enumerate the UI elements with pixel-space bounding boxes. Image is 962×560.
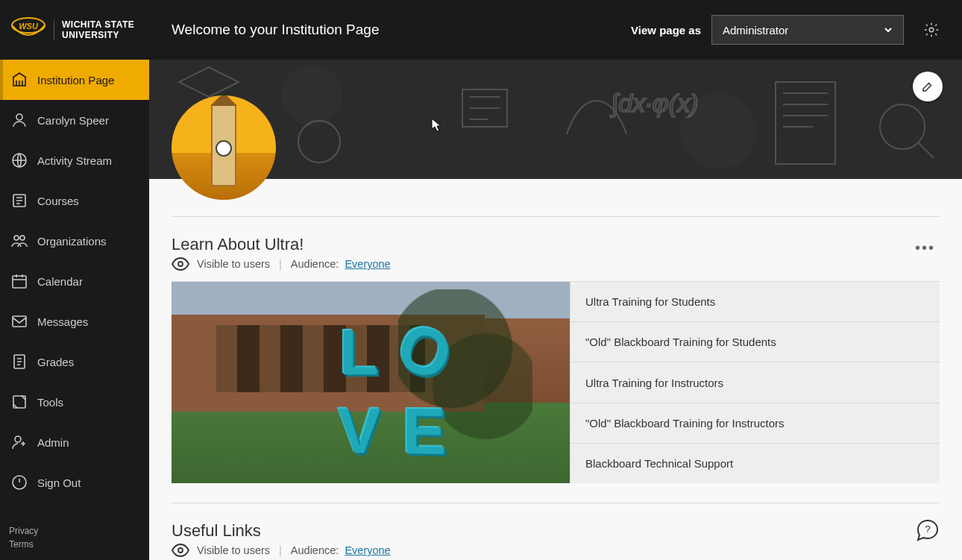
sidebar: WSU Wichita State University Institution… (0, 0, 149, 560)
calendar-icon (9, 272, 30, 290)
svg-point-16 (178, 262, 183, 266)
admin-icon (9, 433, 30, 451)
svg-point-11 (15, 436, 21, 442)
chat-icon: ? (915, 517, 940, 543)
sidebar-item-label: Sign Out (37, 476, 81, 489)
nav-list: Institution Page Carolyn Speer Activity … (0, 60, 149, 518)
module-link[interactable]: Blackboard Technical Support (570, 444, 940, 483)
audience-link[interactable]: Everyone (345, 544, 390, 556)
sidebar-item-label: Institution Page (37, 74, 114, 86)
separator: | (279, 544, 282, 556)
section-title: Learn About Ultra! (172, 235, 391, 254)
module-image: LOVE (172, 282, 570, 483)
sidebar-item-courses[interactable]: Courses (0, 180, 149, 221)
signout-icon (9, 474, 30, 491)
sidebar-item-label: Carolyn Speer (37, 114, 109, 127)
logo[interactable]: WSU Wichita State University (0, 0, 149, 60)
org-icon (9, 232, 30, 250)
more-button[interactable]: ••• (911, 235, 940, 261)
sidebar-item-label: Tools (37, 396, 63, 409)
visibility-text: Visible to users (197, 544, 270, 556)
svg-text:∫dx·φ(x): ∫dx·φ(x) (610, 89, 699, 118)
pencil-icon (921, 80, 934, 93)
sidebar-item-label: Calendar (37, 275, 83, 288)
chevron-down-icon (884, 24, 893, 37)
sidebar-item-label: Courses (37, 195, 79, 207)
audience-link[interactable]: Everyone (345, 258, 390, 270)
gear-icon (923, 22, 940, 38)
eye-icon (172, 257, 189, 271)
sidebar-item-tools[interactable]: Tools (0, 382, 149, 422)
divider (172, 216, 940, 217)
logo-icon: WSU (10, 15, 46, 45)
sidebar-item-activity[interactable]: Activity Stream (0, 140, 149, 180)
sidebar-footer: Privacy Terms (0, 518, 149, 560)
module-link[interactable]: "Old" Blackboard Training for Instructor… (570, 403, 940, 444)
svg-point-5 (14, 236, 19, 240)
eye-icon (172, 544, 189, 557)
logo-text: Wichita State University (54, 19, 134, 41)
module-link[interactable]: Ultra Training for Students (570, 282, 940, 322)
topbar: Welcome to your Institution Page View pa… (149, 0, 962, 60)
privacy-link[interactable]: Privacy (9, 526, 140, 536)
institution-avatar[interactable] (172, 95, 276, 200)
edit-banner-button[interactable] (913, 72, 943, 101)
role-select[interactable]: Administrator (711, 15, 904, 45)
module-link-label: "Old" Blackboard Training for Instructor… (585, 417, 785, 430)
module-body-1: LOVE Ultra Training for Students "Old" B… (172, 281, 940, 483)
svg-point-17 (178, 548, 183, 553)
sidebar-item-signout[interactable]: Sign Out (0, 462, 149, 503)
settings-button[interactable] (923, 22, 940, 38)
banner: ∫dx·φ(x) (149, 60, 962, 179)
svg-rect-7 (13, 276, 26, 288)
module-links: Ultra Training for Students "Old" Blackb… (570, 282, 940, 483)
module-link-label: "Old" Blackboard Training for Students (585, 336, 776, 348)
separator: | (279, 258, 282, 270)
view-as-label: View page as (631, 24, 701, 37)
section-title: Useful Links (172, 521, 391, 541)
course-icon (9, 192, 30, 210)
institution-icon (9, 71, 30, 89)
sidebar-item-grades[interactable]: Grades (0, 342, 149, 382)
role-select-value: Administrator (723, 24, 788, 37)
mail-icon (9, 312, 30, 330)
sidebar-item-label: Organizations (37, 235, 107, 248)
globe-icon (9, 151, 30, 169)
module-link[interactable]: "Old" Blackboard Training for Students (570, 322, 940, 362)
audience-label: Audience: (291, 544, 339, 556)
sidebar-item-institution[interactable]: Institution Page (0, 60, 149, 100)
sidebar-item-label: Activity Stream (37, 154, 112, 167)
page-title: Welcome to your Institution Page (172, 22, 631, 38)
svg-rect-8 (13, 316, 26, 327)
sidebar-item-profile[interactable]: Carolyn Speer (0, 100, 149, 140)
sidebar-item-calendar[interactable]: Calendar (0, 261, 149, 301)
visibility-text: Visible to users (197, 258, 270, 270)
audience-label: Audience: (291, 258, 339, 270)
sidebar-item-messages[interactable]: Messages (0, 301, 149, 342)
module-link-label: Ultra Training for Students (585, 295, 715, 308)
module-link-label: Ultra Training for Instructors (585, 377, 723, 389)
section-head-2: Useful Links Visible to users | Audience… (172, 521, 940, 557)
svg-text:WSU: WSU (19, 22, 39, 31)
svg-point-15 (880, 104, 925, 149)
svg-point-13 (929, 28, 934, 32)
sidebar-item-label: Admin (37, 436, 69, 449)
sidebar-item-organizations[interactable]: Organizations (0, 221, 149, 261)
content: Learn About Ultra! Visible to users | Au… (149, 179, 962, 560)
sidebar-item-admin[interactable]: Admin (0, 422, 149, 462)
section-meta: Visible to users | Audience: Everyone (172, 544, 391, 557)
terms-link[interactable]: Terms (9, 539, 140, 550)
help-chat-button[interactable]: ? (911, 514, 944, 547)
more-icon: ••• (915, 239, 935, 256)
divider (172, 503, 940, 503)
module-link[interactable]: Ultra Training for Instructors (570, 362, 940, 403)
section-head-1: Learn About Ultra! Visible to users | Au… (172, 235, 940, 271)
module-link-label: Blackboard Technical Support (585, 457, 733, 470)
main: ∫dx·φ(x) Learn About Ultra! (149, 60, 962, 560)
svg-text:?: ? (925, 523, 930, 535)
sidebar-item-label: Messages (37, 315, 88, 328)
section-meta: Visible to users | Audience: Everyone (172, 257, 391, 271)
user-icon (9, 111, 30, 129)
svg-point-2 (16, 114, 22, 120)
grades-icon (9, 353, 30, 371)
